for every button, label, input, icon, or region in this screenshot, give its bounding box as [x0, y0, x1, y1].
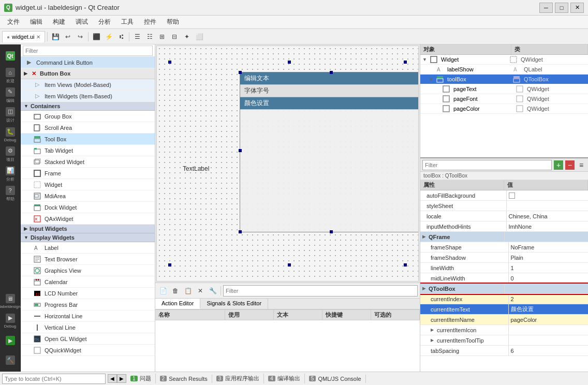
- section-input[interactable]: ▶ Input Widgets: [21, 225, 155, 233]
- minimize-button[interactable]: ─: [539, 3, 553, 13]
- props-filter-input[interactable]: [422, 160, 552, 170]
- sidebar-debug2[interactable]: ▶ Debug: [1, 312, 20, 330]
- toolbar-btn-redo[interactable]: ↪: [75, 31, 86, 42]
- widget-item-lcdnumber[interactable]: 12 LCD Number: [21, 288, 155, 299]
- widget-filter-input[interactable]: [23, 46, 153, 56]
- menu-help[interactable]: 帮助: [161, 17, 184, 27]
- action-filter-input[interactable]: [223, 285, 418, 297]
- menu-analyze[interactable]: 分析: [93, 17, 116, 27]
- widget-item-toolbox[interactable]: Tool Box: [21, 134, 155, 145]
- locate-next[interactable]: ▶: [117, 374, 126, 383]
- status-appoutput[interactable]: 3 应用程序输出: [212, 374, 264, 383]
- design-canvas[interactable]: 编辑文本 字体字号 颜色设置: [156, 46, 419, 282]
- tree-item-pagefont[interactable]: pageFont QWidget: [420, 94, 588, 104]
- widget-item-widget[interactable]: Widget: [21, 179, 155, 190]
- tree-item-pagecolor[interactable]: pageColor QWidget: [420, 104, 588, 114]
- autofill-checkbox[interactable]: [509, 192, 515, 199]
- menu-build[interactable]: 构建: [48, 17, 70, 27]
- widget-item-stacked[interactable]: Stacked Widget: [21, 156, 155, 168]
- sidebar-build[interactable]: 🔨: [1, 351, 20, 369]
- sidebar-labeldesign[interactable]: 🖥 labeldesign: [1, 292, 20, 310]
- toolbox-item-colorset[interactable]: 颜色设置: [240, 97, 419, 109]
- locate-prev[interactable]: ◀: [108, 374, 117, 383]
- toolbar-btn-layout-form[interactable]: ⊟: [169, 31, 180, 42]
- toolbar-btn-widget-edit[interactable]: ⬛: [91, 31, 102, 42]
- status-search[interactable]: 2 Search Results: [156, 375, 212, 383]
- widget-item-groupbox[interactable]: ─ Group Box: [21, 111, 155, 122]
- widget-item-tabwidget[interactable]: Tab Widget: [21, 145, 155, 156]
- action-settings[interactable]: 🔧: [207, 285, 218, 297]
- widget-item-graphicsview[interactable]: Graphics View: [21, 265, 155, 276]
- maximize-button[interactable]: □: [555, 3, 568, 13]
- widget-item-qquick[interactable]: QQuickWidget: [21, 345, 155, 356]
- locate-input[interactable]: [2, 374, 106, 384]
- widget-item-vline[interactable]: Vertical Line: [21, 322, 155, 333]
- sidebar-welcome[interactable]: ⌂ 欢迎: [1, 66, 20, 85]
- tree-item-widget[interactable]: ▼ Widget QWidget: [420, 55, 588, 65]
- toolbar-btn-undo[interactable]: ↩: [62, 31, 74, 42]
- tree-item-pagetext[interactable]: pageText QWidget: [420, 84, 588, 94]
- toolbar-btn-break-layout[interactable]: ✦: [181, 31, 193, 42]
- widget-cat-buttonbox[interactable]: ▶ ✕ Button Box: [21, 68, 155, 79]
- widget-item-progressbar[interactable]: Progress Bar: [21, 299, 155, 310]
- prop-currentitemtooltip-value[interactable]: [509, 335, 589, 345]
- toolbar-btn-adjust[interactable]: ⬜: [194, 31, 205, 42]
- toolbox-item-fontsize[interactable]: 字体字号: [240, 84, 419, 97]
- status-qmlconsole[interactable]: 5 QML/JS Console: [305, 375, 366, 383]
- prop-group-qframe[interactable]: ▶QFrame: [420, 232, 588, 242]
- widget-item-frame[interactable]: Frame: [21, 168, 155, 179]
- action-new[interactable]: 📄: [157, 285, 169, 297]
- widget-item-calendar[interactable]: Calendar: [21, 276, 155, 288]
- prop-stylesheet-value[interactable]: [507, 201, 589, 211]
- prop-currentitemicon-value[interactable]: [509, 325, 589, 335]
- prop-group-qtoolbox[interactable]: ▶QToolBox: [420, 284, 588, 294]
- widget-item-qaxwidget[interactable]: X QAxWidget: [21, 213, 155, 225]
- close-tab-icon[interactable]: ✕: [36, 34, 40, 40]
- toolbar-btn-tab-order[interactable]: ⑆: [115, 31, 127, 42]
- prop-tabspacing-value[interactable]: 6: [509, 346, 589, 356]
- menu-debug[interactable]: 调试: [70, 17, 93, 27]
- widget-item-itemwidgets[interactable]: ▷ Item Widgets (Item-Based): [21, 91, 155, 102]
- toolbar-btn-connect[interactable]: ⚡: [103, 31, 114, 42]
- toolbox-item-edittext[interactable]: 编辑文本: [240, 72, 419, 84]
- tab-action-editor[interactable]: Action Editor: [155, 299, 200, 309]
- widget-item-itemviews[interactable]: ▷ Item Views (Model-Based): [21, 79, 155, 91]
- sidebar-design[interactable]: ◫ 设计: [1, 106, 20, 124]
- props-add-btn[interactable]: +: [554, 160, 563, 170]
- menu-file[interactable]: 文件: [2, 17, 25, 27]
- widget-item-label[interactable]: A Label: [21, 242, 155, 254]
- widget-item-scrollarea[interactable]: Scroll Area: [21, 122, 155, 134]
- tree-item-labelshow[interactable]: A labelShow A QLabel: [420, 65, 588, 75]
- sidebar-edit[interactable]: ✎ 编辑: [1, 86, 20, 105]
- sidebar-help[interactable]: ? 帮助: [1, 184, 20, 203]
- prop-autofill-value[interactable]: [507, 190, 589, 200]
- menu-tools[interactable]: 工具: [116, 17, 139, 27]
- prop-currentitemtext-value[interactable]: 颜色设置: [509, 304, 589, 314]
- status-compileoutput[interactable]: 4 编译输出: [264, 374, 305, 383]
- sidebar-run[interactable]: ▶: [1, 331, 20, 350]
- prop-currentitemname-value[interactable]: pageColor: [509, 315, 589, 324]
- sidebar-debug[interactable]: 🐛 Debug: [1, 125, 20, 144]
- action-remove[interactable]: ✕: [195, 285, 206, 297]
- close-button[interactable]: ✕: [570, 3, 584, 13]
- widget-item-mdiarea[interactable]: MdiArea: [21, 190, 155, 202]
- toolbar-btn-layout-h[interactable]: ☰: [131, 31, 143, 42]
- sidebar-project[interactable]: ⚙ 项目: [1, 145, 20, 164]
- widget-item-dockwidget[interactable]: Dock Widget: [21, 202, 155, 213]
- widget-item-hline[interactable]: Horizontal Line: [21, 310, 155, 322]
- action-copy[interactable]: 📋: [182, 285, 194, 297]
- toolbar-btn-save[interactable]: 💾: [50, 31, 61, 42]
- status-issues[interactable]: 1 问题: [126, 374, 156, 383]
- file-tab[interactable]: ● widget.ui ✕: [2, 31, 45, 42]
- tab-signals-slots[interactable]: Signals & Slots Editor: [200, 299, 268, 309]
- tree-item-toolbox[interactable]: ▼ toolBox QToolBox: [420, 75, 588, 84]
- menu-edit[interactable]: 编辑: [25, 17, 48, 27]
- menu-controls[interactable]: 控件: [139, 17, 161, 27]
- toolbar-btn-layout-grid[interactable]: ⊞: [156, 31, 168, 42]
- toolbar-btn-layout-v[interactable]: ☷: [144, 31, 155, 42]
- widget-item-command-link[interactable]: ▶ Command Link Button: [21, 57, 155, 68]
- widget-item-opengl[interactable]: GL Open GL Widget: [21, 333, 155, 345]
- section-containers[interactable]: ▼ Containers: [21, 102, 155, 111]
- prop-currentindex-value[interactable]: 2: [509, 294, 589, 304]
- sidebar-qt-icon[interactable]: Qt: [1, 47, 20, 65]
